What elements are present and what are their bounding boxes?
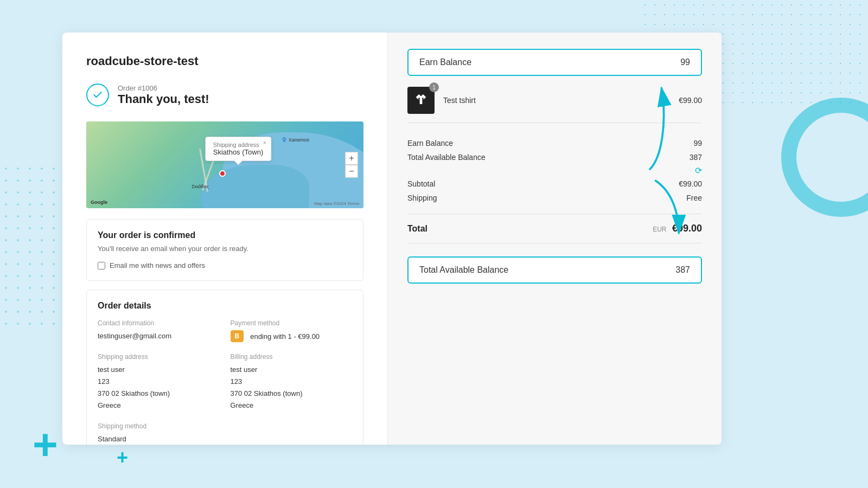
map-google-label: Google [91,200,107,205]
shipping-address-lines: test user123370 02 Skiathos (town)Greece [98,364,220,412]
confirmed-section: Your order is confirmed You'll receive a… [86,219,363,281]
shipping-value: Free [686,194,702,202]
billing-address-lines: test user123370 02 Skiathos (town)Greece [231,364,353,412]
left-panel: roadcube-store-test Order #1006 Thank yo… [62,33,388,445]
confirmed-title: Your order is confirmed [98,230,352,240]
bg-plus-bottom-left: + [33,423,58,466]
order-number: Order #1006 [118,84,209,92]
shipping-method-value: Standard [98,433,220,445]
shipping-label: Shipping [407,194,437,202]
map-placename-1: Xanemos [281,137,309,143]
payment-label: Payment method [231,319,353,327]
payment-info-row: B ending with 1 - €99.00 [231,330,353,342]
subtotal-label: Subtotal [407,179,435,188]
shipping-address-label-map: Shipping address [213,142,263,148]
product-price: €99.00 [679,96,702,105]
map-container: Xanemos × Shipping address Skiathos (Tow… [86,121,363,208]
map-zoom-in-button[interactable]: + [345,152,358,165]
xanemos-label: Xanemos [289,137,309,143]
map-zoom-out-button[interactable]: − [345,165,358,178]
summary-earn-balance-row: Earn Balance 99 [407,136,702,150]
billing-address-group: Billing address test user123370 02 Skiat… [231,353,353,412]
shipping-address-label: Shipping address [98,353,220,361]
contact-info-group: Contact information testinguser@gmail.co… [98,319,220,342]
payment-ending: ending with 1 - €99.00 [250,332,320,341]
summary-earn-balance-label: Earn Balance [407,139,453,147]
bg-dots-left [0,163,65,325]
email-checkbox-label: Email me with news and offers [110,261,205,269]
order-details-section: Order details Contact information testin… [86,290,363,445]
product-badge: 1 [429,82,439,92]
shipping-row: Shipping Free [407,191,702,205]
total-amount: EUR €99.00 [653,223,702,234]
contact-email: testinguser@gmail.com [98,330,220,342]
subtotal-row: Subtotal €99.00 [407,177,702,191]
map-placename-skiathos: Σκιάθος [192,184,209,189]
order-details-title: Order details [98,301,352,311]
email-checkbox-input[interactable] [98,262,105,269]
map-background: Xanemos × Shipping address Skiathos (Tow… [86,121,363,208]
total-value: €99.00 [672,223,702,234]
total-label: Total [407,224,427,234]
total-row: Total EUR €99.00 [407,214,702,243]
map-copyright: Map data ©2024 Terms [314,201,359,206]
product-thumbnail: 1 [407,87,435,114]
payment-badge: B [231,330,244,342]
subtotal-value: €99.00 [679,179,702,188]
bg-plus-bottom-center: + [117,446,128,469]
total-currency: EUR [653,226,666,233]
email-checkbox-row: Email me with news and offers [98,261,352,269]
summary-section: Earn Balance 99 Total Available Balance … [407,136,702,205]
map-location: Skiathos (Town) [213,148,263,156]
earn-balance-box: Earn Balance 99 [407,49,702,76]
shipping-address-group: Shipping address test user123370 02 Skia… [98,353,220,412]
skiathos-label: Σκιάθος [192,184,209,189]
earn-balance-label: Earn Balance [419,57,471,67]
billing-address-label: Billing address [231,353,353,361]
map-close-icon[interactable]: × [263,139,266,146]
summary-total-available-value: 387 [690,153,702,162]
shipping-method-group: Shipping method Standard [98,422,220,445]
shipping-method-label: Shipping method [98,422,220,430]
summary-total-available-row: Total Available Balance 387 [407,150,702,164]
total-balance-label: Total Available Balance [419,265,508,275]
product-name: Test tshirt [443,96,670,105]
details-grid: Contact information testinguser@gmail.co… [98,319,352,445]
refresh-row: ⟳ [407,164,702,177]
thank-you-heading: Thank you, test! [118,92,209,106]
order-header: Order #1006 Thank you, test! [86,84,363,106]
order-info: Order #1006 Thank you, test! [118,84,209,106]
summary-total-available-label: Total Available Balance [407,153,486,162]
payment-method-group: Payment method B ending with 1 - €99.00 [231,319,353,342]
right-panel: Earn Balance 99 1 Test tshirt €99.00 Ear… [388,33,722,445]
refresh-icon: ⟳ [695,166,702,175]
summary-earn-balance-value: 99 [693,139,702,147]
check-circle-icon [86,84,109,106]
main-card: roadcube-store-test Order #1006 Thank yo… [62,33,722,445]
store-title: roadcube-store-test [86,54,363,68]
map-water-2 [201,165,309,208]
confirmed-description: You'll receive an email when your order … [98,245,352,253]
earn-balance-value: 99 [680,57,690,67]
total-available-balance-box: Total Available Balance 387 [407,256,702,284]
bg-circle-right [781,98,868,217]
product-row: 1 Test tshirt €99.00 [407,87,702,123]
total-balance-value: 387 [675,265,690,275]
map-tooltip: × Shipping address Skiathos (Town) [205,137,271,161]
contact-label: Contact information [98,319,220,327]
map-zoom-controls: + − [345,152,358,178]
